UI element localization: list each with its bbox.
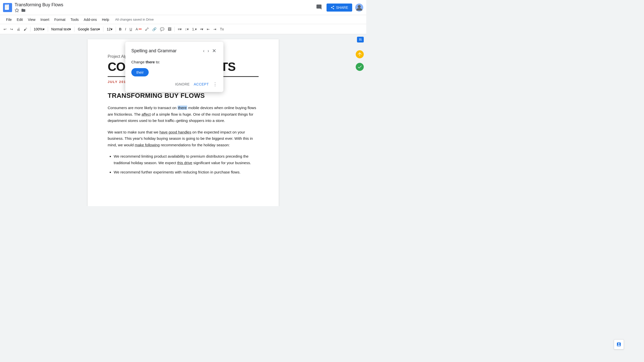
doc-title: Transforming Buy Flows [15, 2, 312, 8]
affect-word: affect [142, 112, 151, 116]
style-arrow: ▾ [69, 27, 71, 31]
spelling-nav: ‹ › ✕ [202, 47, 217, 55]
main-layout: Spelling and Grammar ‹ › ✕ Change there … [0, 34, 366, 206]
spelling-change-label: Change there to: [131, 60, 217, 64]
underline-button[interactable]: U [128, 26, 134, 32]
divider-5 [116, 27, 116, 32]
menu-bar: File Edit View Insert Format Tools Add-o… [0, 15, 366, 24]
svg-rect-2 [5, 4, 8, 5]
star-icon[interactable] [15, 8, 19, 13]
zoom-selector[interactable]: 100% ▾ [32, 26, 46, 32]
divider-6 [174, 27, 175, 32]
line-spacing-button[interactable]: ↕▾ [184, 26, 190, 32]
font-arrow: ▾ [98, 27, 100, 31]
zoom-value: 100% [34, 27, 43, 31]
spelling-panel-title: Spelling and Grammar [131, 48, 177, 54]
menu-edit[interactable]: Edit [15, 17, 25, 23]
google-docs-icon [3, 3, 12, 12]
have-good-handles: have good handles [159, 130, 191, 134]
italic-button[interactable]: I [124, 26, 128, 32]
share-label: SHARE [336, 6, 348, 10]
style-value: Normal text [51, 27, 69, 31]
top-right-controls: SHARE [314, 3, 363, 12]
doc-section-title: TRANSFORMING BUY FLOWS [108, 92, 259, 100]
svg-rect-4 [5, 7, 9, 8]
svg-rect-3 [5, 6, 9, 7]
spelling-next-button[interactable]: › [207, 47, 210, 55]
svg-point-7 [358, 5, 361, 8]
indent-more-button[interactable]: ⇥ [212, 26, 218, 32]
left-margin [0, 34, 54, 206]
redo-button[interactable]: ↪ [9, 26, 15, 32]
this-drive: this drive [177, 161, 192, 165]
folder-icon[interactable] [21, 8, 26, 13]
fontsize-value: 12 [107, 27, 111, 31]
svg-rect-5 [5, 8, 8, 8]
tasks-icon[interactable] [356, 63, 364, 71]
divider-3 [74, 27, 74, 32]
menu-addons[interactable]: Add-ons [82, 17, 99, 23]
ignore-button[interactable]: IGNORE [175, 82, 190, 86]
right-margin: 31 [312, 34, 366, 206]
document-page: Spelling and Grammar ‹ › ✕ Change there … [88, 39, 279, 206]
font-selector[interactable]: Google Sans ▾ [76, 26, 102, 32]
divider-4 [103, 27, 103, 32]
fontsize-arrow: ▾ [111, 27, 112, 31]
user-avatar[interactable] [355, 4, 363, 12]
paint-format-button[interactable]: 🖌 [22, 26, 29, 32]
document-area[interactable]: Spelling and Grammar ‹ › ✕ Change there … [54, 34, 312, 206]
spelling-prev-button[interactable]: ‹ [202, 47, 206, 55]
link-button[interactable]: 🔗 [151, 26, 158, 32]
menu-help[interactable]: Help [100, 17, 111, 23]
align-button[interactable]: ≡▾ [176, 26, 183, 32]
bold-button[interactable]: B [117, 26, 123, 32]
suggestion-chip[interactable]: their [131, 68, 149, 76]
menu-format[interactable]: Format [52, 17, 67, 23]
share-button[interactable]: SHARE [327, 4, 352, 12]
calendar-icon[interactable]: 31 [357, 37, 364, 42]
zoom-arrow: ▾ [43, 27, 45, 31]
toolbar: ↩ ↪ 🖨 🖌 100% ▾ Normal text ▾ Google Sans… [0, 24, 366, 34]
menu-file[interactable]: File [4, 17, 14, 23]
fontsize-selector[interactable]: 12 ▾ [105, 26, 114, 32]
svg-marker-6 [15, 9, 19, 12]
bullet-item-1: We recommend limiting product availabili… [114, 153, 259, 166]
paragraph-1: Consumers are more likely to transact on… [108, 105, 259, 124]
spelling-header: Spelling and Grammar ‹ › ✕ [131, 47, 217, 55]
title-area: Transforming Buy Flows [15, 2, 312, 13]
keep-icon[interactable] [356, 50, 364, 58]
menu-insert[interactable]: Insert [38, 17, 51, 23]
bullet-list-button[interactable]: •▾ [199, 26, 205, 32]
text-color-button[interactable]: A [134, 26, 143, 32]
bullet-list: We recommend limiting product availabili… [108, 153, 259, 175]
spelling-close-button[interactable]: ✕ [211, 47, 217, 55]
spelling-actions: IGNORE ACCEPT ⋮ [131, 81, 217, 87]
highlight-button[interactable]: 🖍 [144, 26, 150, 32]
title-icons-row [15, 8, 312, 13]
divider-2 [48, 27, 48, 32]
top-bar: Transforming Buy Flows SHARE [0, 0, 366, 15]
divider-1 [30, 27, 30, 32]
menu-view[interactable]: View [26, 17, 37, 23]
saved-status: All changes saved in Drive [115, 18, 154, 21]
undo-button[interactable]: ↩ [2, 26, 8, 32]
spelling-panel: Spelling and Grammar ‹ › ✕ Change there … [125, 42, 223, 92]
font-value: Google Sans [78, 27, 98, 31]
image-button[interactable]: 🖼 [166, 26, 173, 32]
print-button[interactable]: 🖨 [15, 26, 22, 32]
numbered-list-button[interactable]: 1.▾ [191, 26, 198, 32]
accept-button[interactable]: ACCEPT [194, 82, 209, 86]
bullet-item-2: We recommend further experiments with re… [114, 169, 259, 175]
menu-tools[interactable]: Tools [68, 17, 81, 23]
comment-button[interactable] [314, 3, 324, 12]
style-selector[interactable]: Normal text ▾ [50, 26, 73, 32]
indent-less-button[interactable]: ⇤ [205, 26, 211, 32]
paragraph-2: We want to make sure that we have good h… [108, 129, 259, 148]
make-following: make following [135, 143, 160, 147]
more-options-button[interactable]: ⋮ [213, 81, 217, 87]
highlighted-there: there [178, 106, 187, 110]
clear-format-button[interactable]: Tx [218, 26, 225, 32]
comment-toolbar-button[interactable]: 💬 [158, 26, 166, 32]
